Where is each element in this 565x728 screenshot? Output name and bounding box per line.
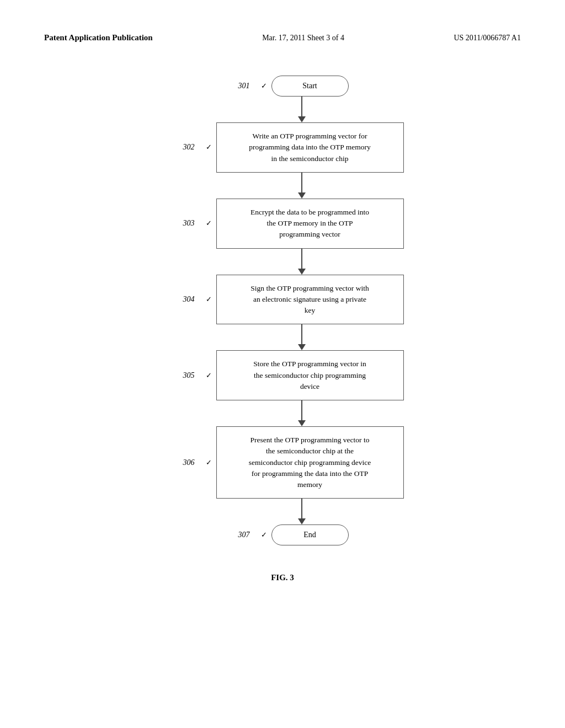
check-305: ✓ xyxy=(206,371,212,380)
arrow-3 xyxy=(298,249,306,275)
header-patent-number: US 2011/0066787 A1 xyxy=(454,34,521,42)
arrow-1 xyxy=(298,97,306,122)
check-303: ✓ xyxy=(206,219,212,228)
check-301: ✓ xyxy=(261,82,267,90)
end-terminal: End xyxy=(271,524,349,545)
node-306-wrapper: 306 ✓ Present the OTP programming vector… xyxy=(117,426,448,499)
check-307: ✓ xyxy=(261,531,267,539)
check-304: ✓ xyxy=(206,295,212,304)
start-terminal: Start xyxy=(271,76,349,97)
arrow-6 xyxy=(298,499,306,524)
header-date-sheet: Mar. 17, 2011 Sheet 3 of 4 xyxy=(262,34,344,42)
arrow-2 xyxy=(298,173,306,199)
node-303-wrapper: 303 ✓ Encrypt the data to be programmed … xyxy=(117,199,448,249)
node-304-wrapper: 304 ✓ Sign the OTP programming vector wi… xyxy=(117,275,448,325)
step-label-307: 307 xyxy=(217,531,250,539)
node-305-wrapper: 305 ✓ Store the OTP programming vector i… xyxy=(117,350,448,400)
header-title: Patent Application Publication xyxy=(44,33,153,42)
step-label-303: 303 xyxy=(162,219,195,228)
process-303: Encrypt the data to be programmed intoth… xyxy=(216,199,404,249)
arrow-4 xyxy=(298,324,306,350)
patent-page: Patent Application Publication Mar. 17, … xyxy=(0,0,565,728)
step-label-301: 301 xyxy=(217,82,250,90)
flowchart-diagram: 301 ✓ Start 302 ✓ Write an OTP programmi… xyxy=(44,76,521,545)
check-302: ✓ xyxy=(206,143,212,152)
step-label-306: 306 xyxy=(162,458,195,467)
process-304: Sign the OTP programming vector withan e… xyxy=(216,275,404,325)
figure-label: FIG. 3 xyxy=(44,573,521,582)
page-header: Patent Application Publication Mar. 17, … xyxy=(44,33,521,42)
node-307-wrapper: 307 ✓ End xyxy=(117,524,448,545)
step-label-305: 305 xyxy=(162,371,195,380)
step-label-302: 302 xyxy=(162,143,195,152)
process-305: Store the OTP programming vector inthe s… xyxy=(216,350,404,400)
arrow-5 xyxy=(298,400,306,426)
step-label-304: 304 xyxy=(162,295,195,304)
check-306: ✓ xyxy=(206,458,212,467)
process-306: Present the OTP programming vector tothe… xyxy=(216,426,404,499)
node-302-wrapper: 302 ✓ Write an OTP programming vector fo… xyxy=(117,122,448,173)
process-302: Write an OTP programming vector forprogr… xyxy=(216,122,404,173)
node-301-wrapper: 301 ✓ Start xyxy=(117,76,448,97)
